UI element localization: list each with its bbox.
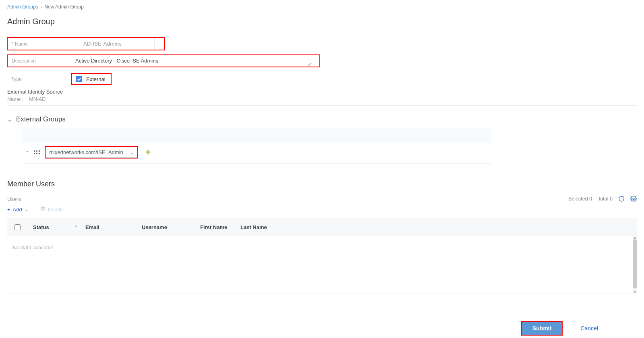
column-status[interactable]: Status ⌃ xyxy=(33,224,85,230)
breadcrumb: Admin Groups › New Admin Group xyxy=(7,4,637,10)
delete-label: Delete xyxy=(48,207,63,213)
submit-button[interactable]: Submit xyxy=(522,322,562,335)
description-input[interactable] xyxy=(72,55,311,67)
select-all-cell xyxy=(13,223,33,232)
users-label: Users xyxy=(7,196,21,202)
add-group-icon[interactable]: ✚ xyxy=(143,148,151,156)
member-users-heading: Member Users xyxy=(7,180,637,188)
name-input[interactable]: AD-ISE-Admins xyxy=(72,38,155,50)
external-checkbox[interactable] xyxy=(76,76,82,82)
column-last-name[interactable]: Last Name xyxy=(240,224,297,230)
name-field-row: * Name AD-ISE-Admins xyxy=(7,38,164,50)
breadcrumb-root-link[interactable]: Admin Groups xyxy=(7,4,38,10)
column-first-name[interactable]: First Name xyxy=(200,224,240,230)
users-table: Status ⌃ Email Username First Name Last … xyxy=(7,218,637,294)
scroll-down-icon[interactable]: ▾ xyxy=(633,290,637,294)
page-title: Admin Group xyxy=(7,17,637,26)
divider xyxy=(7,105,637,106)
users-actions-row: + Add ⌄ Delete xyxy=(7,206,637,213)
plus-icon: + xyxy=(7,207,10,213)
chevron-right-icon: › xyxy=(41,4,42,9)
column-email[interactable]: Email xyxy=(85,224,142,230)
type-value-box: External xyxy=(72,73,111,85)
required-asterisk: * xyxy=(22,150,28,155)
breadcrumb-current: New Admin Group xyxy=(44,4,83,10)
empty-state-text: No data available xyxy=(7,236,637,259)
external-groups-toggle[interactable]: ⌨ ⌄ External Groups xyxy=(7,115,637,123)
footer-actions: Submit Cancel xyxy=(7,322,637,335)
external-identity-source-name: Name : MN-AD xyxy=(7,96,637,102)
add-label: Add xyxy=(13,207,22,213)
external-group-select[interactable]: mixednetworks.com/ISE_Admin ⌄ xyxy=(46,147,137,158)
scrollbar-thumb[interactable] xyxy=(633,240,637,288)
external-groups-heading: External Groups xyxy=(16,115,66,123)
sort-asc-icon: ⌃ xyxy=(74,225,78,230)
table-header-row: Status ⌃ Email Username First Name Last … xyxy=(7,218,637,236)
external-identity-source-heading: External Identity Source xyxy=(7,89,637,95)
trash-icon xyxy=(40,206,46,213)
select-all-checkbox[interactable] xyxy=(14,224,21,230)
add-user-button[interactable]: + Add ⌄ xyxy=(7,207,28,213)
external-group-row: * mixednetworks.com/ISE_Admin ⌄ ✚ xyxy=(22,143,492,164)
type-label: Type xyxy=(7,76,72,82)
external-groups-band xyxy=(22,127,492,143)
delete-user-button[interactable]: Delete xyxy=(40,206,63,213)
chevron-down-icon: ⌄ xyxy=(130,150,134,155)
selected-count: Selected 0 xyxy=(568,196,592,202)
description-label: Description xyxy=(7,55,72,67)
description-field-row: Description xyxy=(7,55,320,67)
users-toolbar: Users Selected 0 Total 0 xyxy=(7,196,637,202)
caret-down-icon: ⌄ xyxy=(7,116,12,123)
column-username[interactable]: Username xyxy=(142,224,200,230)
external-group-selected-value: mixednetworks.com/ISE_Admin xyxy=(49,149,123,155)
scroll-up-icon[interactable]: ▴ xyxy=(633,236,637,240)
refresh-icon[interactable] xyxy=(618,196,625,202)
name-label: * Name xyxy=(7,38,72,50)
column-status-label: Status xyxy=(33,224,49,230)
chevron-down-icon: ⌄ xyxy=(25,207,28,212)
drag-handle-icon[interactable] xyxy=(34,150,40,154)
check-icon xyxy=(77,77,81,81)
gear-icon[interactable] xyxy=(630,196,637,202)
cancel-button[interactable]: Cancel xyxy=(578,325,601,332)
svg-point-0 xyxy=(633,198,634,200)
scrollbar-track[interactable]: ▴ ▾ xyxy=(633,236,637,293)
table-body: No data available ▴ ▾ xyxy=(7,236,637,294)
type-field-row: Type External xyxy=(7,73,637,85)
eis-name-value: MN-AD xyxy=(29,96,46,102)
eis-name-label: Name : xyxy=(7,96,23,102)
total-count: Total 0 xyxy=(598,196,613,202)
type-value-text: External xyxy=(86,76,106,82)
